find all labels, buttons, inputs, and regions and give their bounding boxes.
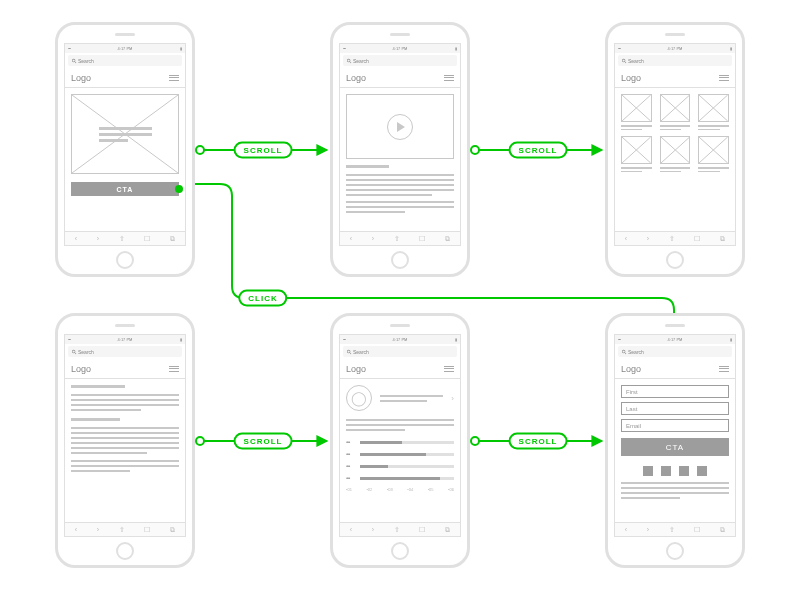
url-bar[interactable]: Search — [68, 55, 182, 66]
profile-header[interactable]: ◯ › — [346, 385, 454, 411]
grid-tile[interactable] — [698, 136, 729, 172]
phone-form: 4:17 PM Search Logo First Last Email CTA… — [605, 313, 745, 568]
menu-icon[interactable] — [444, 366, 454, 372]
menu-icon[interactable] — [444, 75, 454, 81]
scroll-pill-1: SCROLL — [234, 142, 293, 159]
menu-icon[interactable] — [169, 75, 179, 81]
svg-point-4 — [196, 437, 204, 445]
phone-video: 4:17 PM Search Logo ‹›⇧☐⧉ — [330, 22, 470, 277]
phone-profile: 4:17 PM Search Logo ◯ › ••• ••• ••• ••• … — [330, 313, 470, 568]
url-bar[interactable]: Search — [343, 55, 457, 66]
status-bar: 4:17 PM — [340, 44, 460, 53]
phone-grid: 4:17 PM Search Logo ‹›⇧☐⧉ — [605, 22, 745, 277]
menu-icon[interactable] — [719, 366, 729, 372]
hero-image-placeholder — [71, 94, 179, 174]
chevron-right-icon: › — [451, 394, 454, 403]
tick-labels: •01•02•03•04•05•06 — [346, 487, 454, 492]
content-grid — [621, 94, 729, 172]
email-field[interactable]: Email — [621, 419, 729, 432]
avatar-icon: ◯ — [346, 385, 372, 411]
scroll-pill-3: SCROLL — [234, 433, 293, 450]
browser-toolbar[interactable]: ‹›⇧☐⧉ — [65, 231, 185, 245]
svg-point-6 — [471, 437, 479, 445]
scroll-pill-4: SCROLL — [509, 433, 568, 450]
menu-icon[interactable] — [719, 75, 729, 81]
play-icon[interactable] — [387, 114, 413, 140]
status-bar: 4:17 PM — [65, 44, 185, 53]
submit-button[interactable]: CTA — [621, 438, 729, 456]
cta-hotspot-icon — [175, 185, 183, 193]
social-icons-row — [621, 466, 729, 476]
grid-tile[interactable] — [621, 94, 652, 130]
first-name-field[interactable]: First — [621, 385, 729, 398]
app-header: Logo — [65, 68, 185, 88]
scroll-pill-2: SCROLL — [509, 142, 568, 159]
grid-tile[interactable] — [660, 136, 691, 172]
progress-row: ••• — [346, 439, 454, 445]
svg-point-0 — [196, 146, 204, 154]
svg-point-2 — [471, 146, 479, 154]
last-name-field[interactable]: Last — [621, 402, 729, 415]
cta-button[interactable]: CTA — [71, 182, 179, 196]
phone-article: 4:17 PM Search Logo ‹›⇧☐⧉ — [55, 313, 195, 568]
click-pill: CLICK — [238, 290, 287, 307]
grid-tile[interactable] — [698, 94, 729, 130]
grid-tile[interactable] — [660, 94, 691, 130]
article-body — [65, 379, 185, 522]
menu-icon[interactable] — [169, 366, 179, 372]
video-player[interactable] — [346, 94, 454, 159]
home-button[interactable] — [116, 251, 134, 269]
logo: Logo — [346, 73, 366, 83]
logo: Logo — [71, 73, 91, 83]
grid-tile[interactable] — [621, 136, 652, 172]
phone-home: 4:17 PM Search Logo CTA ‹›⇧☐⧉ — [55, 22, 195, 277]
